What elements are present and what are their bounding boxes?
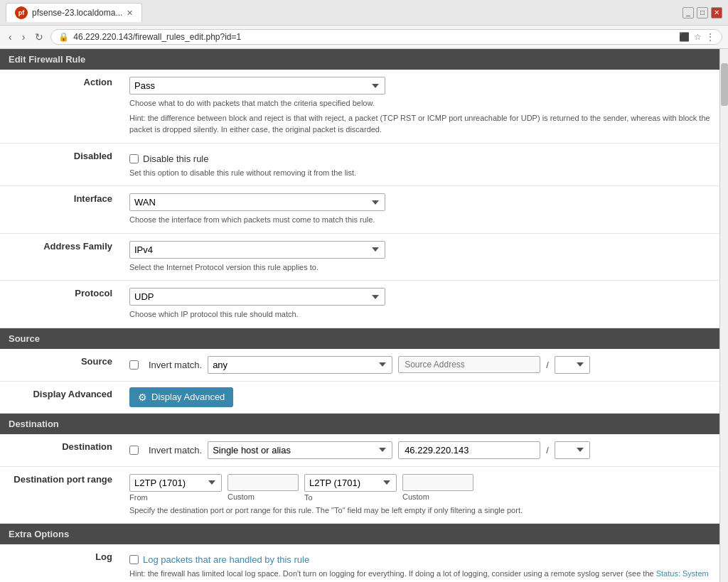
- log-content: Log packets that are handled by this rul…: [121, 544, 719, 582]
- destination-invert-label: Invert match.: [149, 445, 202, 456]
- protocol-label: Protocol: [0, 281, 121, 328]
- protocol-select[interactable]: UDP TCP TCP/UDP ICMP any: [129, 288, 385, 306]
- interface-select[interactable]: WAN LAN: [129, 193, 385, 211]
- disabled-checkbox[interactable]: [129, 154, 139, 163]
- to-port-label: To: [304, 493, 397, 502]
- disabled-label: Disabled: [0, 143, 121, 186]
- source-content: Invert match. any Single host or alias N…: [121, 349, 719, 382]
- address-bar[interactable]: 🔒 46.229.220.143/firewall_rules_edit.php…: [50, 29, 722, 45]
- protocol-hint: Choose which IP protocol this rule shoul…: [129, 308, 711, 320]
- url-text: 46.229.220.143/firewall_rules_edit.php?i…: [73, 32, 241, 42]
- address-family-hint: Select the Internet Protocol version thi…: [129, 262, 711, 274]
- display-advanced-row: Display Advanced ⚙ Display Advanced: [0, 381, 719, 413]
- gear-icon: ⚙: [138, 392, 147, 403]
- log-checkbox-label[interactable]: Log packets that are handled by this rul…: [143, 554, 309, 565]
- extra-options-section-title: Extra Options: [9, 529, 69, 539]
- forward-button[interactable]: ›: [19, 30, 28, 44]
- action-hint-main: Choose what to do with packets that matc…: [129, 97, 711, 109]
- source-invert-checkbox[interactable]: [129, 360, 139, 370]
- destination-cidr-select[interactable]: 32 24: [555, 441, 590, 459]
- disabled-hint: Set this option to disable this rule wit…: [129, 167, 711, 179]
- source-section-title: Source: [9, 333, 40, 344]
- address-bar-icons: ⬛ ☆ ⋮: [679, 32, 714, 42]
- browser-tab[interactable]: pf pfsense-23.localdoma... ✕: [6, 3, 142, 22]
- interface-row: Interface WAN LAN Choose the interface f…: [0, 186, 719, 234]
- destination-port-range-label: Destination port range: [0, 466, 121, 524]
- from-port-label: From: [129, 493, 222, 502]
- destination-content: Invert match. Single host or alias any N…: [121, 434, 719, 467]
- address-bar-row: ‹ › ↻ 🔒 46.229.220.143/firewall_rules_ed…: [0, 26, 728, 48]
- source-row: Source Invert match. any Single host or …: [0, 349, 719, 382]
- close-btn[interactable]: ✕: [711, 7, 722, 18]
- action-row: Action Pass Block Reject Choose what to …: [0, 70, 719, 143]
- action-label: Action: [0, 70, 121, 143]
- destination-address-input[interactable]: [398, 441, 540, 459]
- port-range-hint: Specify the destination port or port ran…: [129, 505, 711, 517]
- source-address-input[interactable]: [398, 356, 540, 373]
- menu-icon: ⋮: [706, 32, 714, 42]
- maximize-btn[interactable]: □: [697, 7, 708, 18]
- address-family-row: Address Family IPv4 IPv6 IPv4+IPv6 Selec…: [0, 233, 719, 281]
- log-row: Log Log packets that are handled by this…: [0, 544, 719, 582]
- source-section-header: Source: [0, 328, 719, 349]
- destination-port-range-row: Destination port range L2TP (1701) HTTP …: [0, 466, 719, 524]
- display-advanced-button[interactable]: ⚙ Display Advanced: [129, 387, 233, 407]
- cast-icon: ⬛: [679, 32, 690, 42]
- browser-chrome: pf pfsense-23.localdoma... ✕ _ □ ✕ ‹ › ↻…: [0, 0, 728, 49]
- source-invert-label: Invert match.: [149, 360, 202, 370]
- address-family-label: Address Family: [0, 233, 121, 281]
- destination-type-select[interactable]: Single host or alias any Network: [208, 441, 392, 459]
- destination-table: Destination Invert match. Single host or…: [0, 434, 719, 524]
- protocol-content: UDP TCP TCP/UDP ICMP any Choose which IP…: [121, 281, 719, 328]
- lock-icon: 🔒: [58, 32, 69, 42]
- disabled-content: Disable this rule Set this option to dis…: [121, 143, 719, 186]
- title-bar: pf pfsense-23.localdoma... ✕ _ □ ✕: [0, 0, 728, 26]
- from-port-select[interactable]: L2TP (1701) HTTP (80) HTTPS (443): [129, 474, 222, 492]
- log-checkbox[interactable]: [129, 555, 139, 564]
- reload-button[interactable]: ↻: [32, 30, 46, 44]
- destination-section-title: Destination: [9, 419, 59, 429]
- port-range-controls: L2TP (1701) HTTP (80) HTTPS (443) From C…: [129, 474, 711, 502]
- action-hint-detail: Hint: the difference between block and r…: [129, 112, 711, 136]
- disabled-checkbox-label: Disable this rule: [143, 153, 209, 164]
- display-advanced-content: ⚙ Display Advanced: [121, 381, 719, 413]
- edit-firewall-rule-header: Edit Firewall Rule: [0, 49, 719, 70]
- display-advanced-btn-label: Display Advanced: [151, 392, 225, 402]
- disabled-row: Disabled Disable this rule Set this opti…: [0, 143, 719, 186]
- window-controls: _ □ ✕: [682, 7, 722, 18]
- source-controls: Invert match. any Single host or alias N…: [129, 356, 711, 374]
- from-custom-input[interactable]: [228, 474, 299, 491]
- scrollbar[interactable]: [719, 49, 728, 582]
- display-advanced-label: Display Advanced: [0, 381, 121, 413]
- action-select[interactable]: Pass Block Reject: [129, 77, 385, 95]
- to-custom-input[interactable]: [402, 474, 473, 491]
- source-type-select[interactable]: any Single host or alias Network WAN net…: [208, 356, 392, 374]
- source-table: Source Invert match. any Single host or …: [0, 349, 719, 414]
- address-family-select[interactable]: IPv4 IPv6 IPv4+IPv6: [129, 241, 385, 259]
- address-family-content: IPv4 IPv6 IPv4+IPv6 Select the Internet …: [121, 233, 719, 281]
- log-label: Log: [0, 544, 121, 582]
- destination-controls: Invert match. Single host or alias any N…: [129, 441, 711, 459]
- minimize-btn[interactable]: _: [682, 7, 694, 18]
- from-custom-label: Custom: [228, 492, 299, 501]
- pfsense-favicon: pf: [15, 6, 28, 19]
- scrollbar-thumb[interactable]: [721, 63, 728, 106]
- back-button[interactable]: ‹: [6, 30, 15, 44]
- log-hint-prefix: Hint: the firewall has limited local log…: [129, 569, 656, 578]
- main-content: Edit Firewall Rule Action Pass Block Rej…: [0, 49, 719, 582]
- log-controls: Log packets that are handled by this rul…: [129, 551, 711, 565]
- destination-invert-checkbox[interactable]: [129, 446, 139, 455]
- to-port-select[interactable]: L2TP (1701) HTTP (80) HTTPS (443): [304, 474, 397, 492]
- tab-close-btn[interactable]: ✕: [127, 9, 133, 18]
- destination-row: Destination Invert match. Single host or…: [0, 434, 719, 467]
- destination-port-range-content: L2TP (1701) HTTP (80) HTTPS (443) From C…: [121, 466, 719, 524]
- to-custom-label: Custom: [402, 492, 473, 501]
- to-custom-group: Custom: [402, 474, 473, 501]
- interface-content: WAN LAN Choose the interface from which …: [121, 186, 719, 234]
- interface-label: Interface: [0, 186, 121, 234]
- source-cidr-select[interactable]: 32 24: [555, 356, 590, 374]
- interface-hint: Choose the interface from which packets …: [129, 214, 711, 226]
- page-content: Edit Firewall Rule Action Pass Block Rej…: [0, 49, 728, 582]
- page-title: Edit Firewall Rule: [9, 54, 85, 65]
- action-content: Pass Block Reject Choose what to do with…: [121, 70, 719, 143]
